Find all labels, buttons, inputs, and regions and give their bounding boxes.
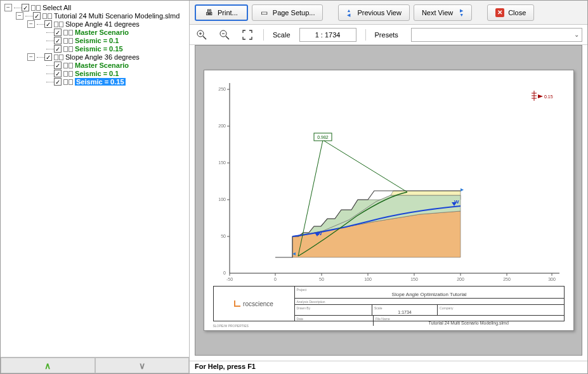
doc-icon [31,5,41,11]
tree-scenario[interactable]: ✓ Master Scenario [2,29,188,36]
tree-label: Select All [42,4,71,11]
checkbox[interactable]: ✓ [44,20,52,28]
doc-icon [54,22,63,27]
tb-label: File Name [376,317,390,321]
separator [263,29,264,41]
svg-text:100: 100 [364,277,372,281]
svg-text:250: 250 [218,87,226,91]
svg-line-5 [226,36,229,39]
scale-label: Scale [273,31,291,39]
tree-group[interactable]: − ✓ Slope Angle 36 degrees [2,53,188,61]
checkbox[interactable]: ✓ [33,12,41,20]
layer-2-yellow [391,191,461,195]
zoom-out-button[interactable] [218,28,232,42]
page-icon: ▭ [260,8,269,17]
tb-label: Company [440,306,453,310]
checkbox[interactable]: ✓ [44,53,52,61]
nav-arrows-icon: ▶▼ [459,8,464,17]
tb-scale-value: 1:1734 [374,310,435,314]
scenario-tree[interactable]: − ✓ Select All − ✓ Tutorial 24 Multi Sce… [1,1,189,357]
tree-nav-footer: ∧ ∨ [1,357,189,373]
zoom-in-button[interactable] [195,28,209,42]
svg-text:300: 300 [548,277,556,281]
print-button[interactable]: 🖶 Print... [195,4,248,21]
doc-icon [63,63,73,68]
tree-scenario-selected[interactable]: ✓ Seismic = 0.15 [2,78,188,86]
expander-icon[interactable]: − [4,4,12,11]
tree-panel: − ✓ Select All − ✓ Tutorial 24 Multi Sce… [1,1,190,373]
svg-text:250: 250 [503,277,511,281]
next-view-button[interactable]: Next View ▶▼ [414,4,472,21]
tree-label: Seismic = 0.15 [75,78,126,86]
tree-label: Slope Angle 41 degrees [65,20,140,28]
tree-label: Tutorial 24 Multi Scenario Modeling.slmd [54,12,180,20]
doc-icon [63,71,73,77]
checkbox[interactable]: ✓ [22,4,29,11]
checkbox[interactable]: ✓ [54,37,62,44]
doc-icon [63,38,73,44]
checkbox[interactable]: ✓ [54,29,62,36]
scale-input[interactable] [299,28,356,42]
presets-label: Presets [375,31,398,39]
printer-icon: 🖶 [205,8,214,17]
tree-scenario[interactable]: ✓ Seismic = 0.1 [2,37,188,44]
nav-arrows-icon: ▲◀ [346,8,351,17]
tree-scenario[interactable]: ✓ Seismic = 0.15 [2,45,188,53]
preview-canvas[interactable]: ▶ -50 0 50 100 150 200 250 300 [195,45,582,356]
logo-cell: rocscience [214,287,295,321]
stamp: SLOPE/W PROPERTIES [213,324,249,328]
cross-section-plot: -50 0 50 100 150 200 250 300 0 50 100 [204,70,575,292]
svg-text:◂: ◂ [292,250,296,257]
svg-text:50: 50 [221,234,226,238]
tree-scenario[interactable]: ✓ Seismic = 0.1 [2,70,188,77]
tree-root[interactable]: − ✓ Select All [2,4,188,11]
tb-label: Scale [374,306,382,310]
svg-text:200: 200 [457,277,464,281]
checkbox[interactable]: ✓ [54,61,62,69]
expander-icon[interactable]: − [27,20,35,28]
main-toolbar: 🖶 Print... ▭ Page Setup... ▲◀ Previous V… [190,1,587,25]
move-down-button[interactable]: ∨ [95,358,190,373]
doc-icon [63,79,73,85]
svg-line-41 [323,140,407,192]
checkbox[interactable]: ✓ [54,45,62,53]
presets-dropdown[interactable]: ⌄ [411,28,582,42]
tree-group[interactable]: − ✓ Slope Angle 41 degrees [2,20,188,28]
close-button[interactable]: ✕ Close [487,4,534,21]
expander-icon[interactable]: − [27,53,35,61]
tree-label: Seismic = 0.1 [75,70,119,77]
svg-line-1 [203,36,206,39]
tree-file[interactable]: − ✓ Tutorial 24 Multi Scenario Modeling.… [2,12,188,20]
doc-icon [63,46,73,52]
right-panel: 🖶 Print... ▭ Page Setup... ▲◀ Previous V… [190,1,587,373]
svg-text:▸: ▸ [461,186,464,193]
tb-file-value: Tutorial 24 Multi Scenario Modeling.slmd [376,321,562,325]
svg-text:150: 150 [218,160,226,165]
seismic-indicator: 0.15 [532,91,553,101]
svg-text:100: 100 [218,197,226,202]
svg-text:200: 200 [218,124,226,128]
close-icon: ✕ [495,8,504,17]
page-setup-button[interactable]: ▭ Page Setup... [252,4,323,21]
zoom-fit-button[interactable] [240,28,254,42]
status-bar: For Help, press F1 [190,361,587,373]
zoom-toolbar: Scale Presets ⌄ [190,25,587,45]
previous-view-button[interactable]: ▲◀ Previous View [338,4,409,21]
checkbox[interactable]: ✓ [54,70,62,77]
button-label: Print... [218,9,238,16]
svg-marker-49 [538,94,543,98]
expander-icon[interactable]: − [16,12,23,20]
svg-text:0: 0 [223,271,226,275]
tree-label: Master Scenario [75,29,129,36]
zoom-in-icon [197,30,207,40]
print-page: -50 0 50 100 150 200 250 300 0 50 100 [204,70,574,331]
logo-text: rocscience [243,300,273,307]
tree-label: Seismic = 0.15 [75,45,123,53]
title-block: rocscience Project Slope Angle Optimizat… [213,286,565,321]
status-text: For Help, press F1 [195,363,256,370]
checkbox[interactable]: ✓ [54,78,62,86]
move-up-button[interactable]: ∧ [1,358,95,373]
svg-text:0: 0 [274,277,277,281]
tree-scenario[interactable]: ✓ Master Scenario [2,61,188,69]
rocscience-logo-icon [234,300,240,307]
